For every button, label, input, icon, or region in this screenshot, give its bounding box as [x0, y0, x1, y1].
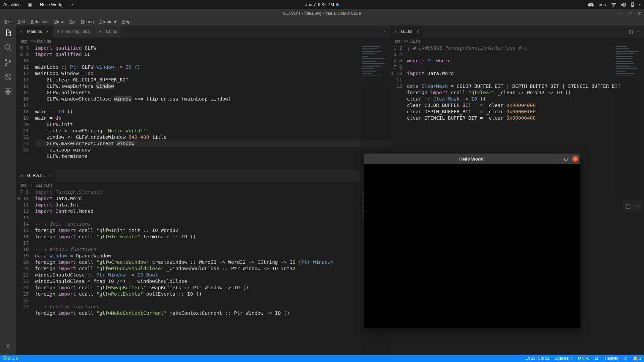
tab-ridealong-cabal[interactable]: ≡ridealong.cabal — [53, 25, 95, 38]
status-feedback-icon[interactable]: ☺ — [624, 356, 628, 361]
activity-scm[interactable] — [4, 58, 12, 66]
output-window-titlebar[interactable]: Hello World! — ▢ ✕ — [364, 154, 580, 164]
status-bar: ⓧ 0 ⚠ 0 Ln 19, Col 51 Spaces: 4 UTF-8 LF… — [0, 355, 644, 362]
svg-rect-18 — [362, 55, 379, 55]
svg-rect-8 — [5, 89, 8, 92]
status-language[interactable]: Haskell — [605, 356, 618, 361]
activity-settings[interactable] — [4, 342, 12, 350]
output-window-title: Hello World! — [459, 157, 485, 162]
svg-rect-44 — [616, 68, 638, 69]
status-errors[interactable]: ⓧ 0 — [3, 356, 10, 361]
svg-rect-42 — [616, 65, 635, 65]
more-actions-icon[interactable]: ⋯ — [382, 29, 387, 34]
svg-rect-45 — [616, 70, 633, 70]
window-title: GLFW.hs - ridealong - Visual Studio Code — [283, 11, 361, 16]
tab-glfw-hs[interactable]: >=GLFW.hs× — [16, 170, 56, 182]
menu-terminal[interactable]: Terminal — [97, 18, 118, 25]
close-tab-icon[interactable]: × — [49, 173, 51, 178]
system-menu-chevron-icon[interactable]: ▾ — [639, 3, 641, 6]
breadcrumbs[interactable]: src › >= GL.hs — [390, 38, 644, 45]
tab-lib-hs[interactable]: >=Lib.hs — [95, 25, 121, 38]
clock[interactable]: Jun 7 6:37 PM — [305, 2, 339, 7]
menu-help[interactable]: Help — [119, 18, 133, 25]
menu-selection[interactable]: Selection — [28, 18, 51, 25]
breadcrumbs[interactable]: src › >= GLFW.hs — [16, 182, 390, 189]
svg-rect-47 — [616, 73, 634, 74]
minimap[interactable] — [614, 45, 644, 200]
code-editor[interactable]: 7 8 9 10 11 12 13 14 15 16 17 18 19 20 2… — [16, 189, 390, 355]
output-window-maximize[interactable]: ▢ — [563, 156, 569, 162]
status-cursor[interactable]: Ln 19, Col 51 — [526, 356, 549, 361]
svg-rect-26 — [362, 68, 374, 69]
bell-count: 1 — [639, 356, 641, 361]
tab-gl-hs[interactable]: >=GL.hs× — [390, 25, 423, 38]
toggle-layout-icon[interactable]: ◫ — [626, 203, 631, 209]
svg-line-2 — [9, 49, 11, 51]
status-eol[interactable]: LF — [595, 356, 599, 361]
keyboard-lang-indicator[interactable]: en ▾ — [599, 2, 606, 7]
active-app-menu[interactable]: ▣ Hello World! ▾ — [28, 2, 79, 7]
menu-go[interactable]: Go — [67, 18, 78, 25]
activity-extensions[interactable] — [4, 88, 12, 96]
tab-bar: >=GL.hs×◫⋯ — [390, 25, 644, 38]
svg-rect-21 — [362, 60, 376, 60]
svg-point-3 — [5, 59, 7, 61]
more-actions-icon[interactable]: ⋯ — [636, 29, 641, 34]
menu-view[interactable]: View — [52, 18, 66, 25]
svg-rect-25 — [362, 66, 381, 67]
window-maximize-button[interactable]: ▢ — [628, 11, 632, 16]
code-lines: import Foreign.Storable import Data.Word… — [35, 189, 390, 355]
breadcrumbs[interactable]: app › >= Main.hs — [16, 38, 390, 45]
close-tab-icon[interactable]: × — [46, 29, 49, 34]
app-icon: ▣ — [28, 2, 32, 7]
svg-rect-9 — [5, 92, 8, 95]
extensions-icon — [4, 88, 12, 96]
output-window-close[interactable]: ✕ — [572, 156, 578, 162]
status-bell[interactable]: 🔔 1 — [633, 356, 641, 361]
editor-group-top-left: >=Main.hs×≡ridealong.cabal>=Lib.hs⋯app ›… — [16, 25, 390, 170]
status-warnings[interactable]: ⚠ 0 — [11, 356, 18, 361]
split-editor-icon[interactable]: ◫ — [629, 29, 633, 34]
svg-rect-28 — [362, 71, 376, 72]
menu-edit[interactable]: Edit — [15, 18, 28, 25]
window-close-button[interactable]: ✕ — [638, 11, 641, 16]
activity-debug[interactable] — [4, 73, 12, 81]
svg-point-1 — [5, 45, 10, 49]
svg-rect-11 — [8, 89, 11, 92]
minimap[interactable] — [361, 45, 390, 170]
status-encoding[interactable]: UTF-8 — [578, 356, 589, 361]
window-minimize-button[interactable]: — — [619, 11, 623, 16]
svg-rect-37 — [616, 56, 633, 57]
activity-explorer[interactable] — [4, 29, 12, 37]
svg-rect-30 — [362, 75, 382, 75]
svg-rect-46 — [616, 71, 626, 72]
svg-rect-14 — [362, 48, 377, 49]
activity-search[interactable] — [4, 44, 12, 52]
code-editor[interactable]: 6 7 8 9 10 11 12 13 14 15 16 17 18 19 20… — [16, 45, 390, 170]
status-spaces[interactable]: Spaces: 4 — [555, 356, 573, 361]
line-gutter: 6 7 8 9 10 11 12 13 14 15 16 17 18 19 20… — [16, 45, 35, 170]
output-window: Hello World! — ▢ ✕ — [364, 154, 580, 328]
output-window-minimize[interactable]: — — [553, 156, 559, 162]
svg-rect-10 — [8, 92, 11, 95]
discord-tray-icon[interactable] — [588, 2, 594, 7]
bug-icon — [4, 73, 12, 81]
code-lines: import qualified GLFW import qualified G… — [35, 45, 390, 170]
activities-button[interactable]: Activities — [3, 2, 20, 7]
lang-label: en — [599, 2, 603, 7]
svg-rect-24 — [362, 65, 378, 65]
svg-rect-23 — [362, 63, 385, 64]
svg-line-7 — [6, 75, 10, 79]
tab-main-hs[interactable]: >=Main.hs× — [16, 25, 53, 38]
menu-debug[interactable]: Debug — [78, 18, 96, 25]
svg-point-5 — [9, 60, 11, 62]
svg-rect-33 — [616, 50, 624, 50]
svg-rect-22 — [362, 61, 377, 62]
close-tab-icon[interactable]: × — [416, 29, 419, 34]
svg-rect-29 — [362, 73, 372, 74]
battery-icon[interactable] — [631, 2, 634, 7]
network-icon[interactable] — [611, 2, 616, 7]
volume-icon[interactable] — [621, 2, 626, 7]
menu-file[interactable]: File — [2, 18, 14, 25]
more-actions-icon[interactable]: ⋯ — [634, 203, 639, 209]
